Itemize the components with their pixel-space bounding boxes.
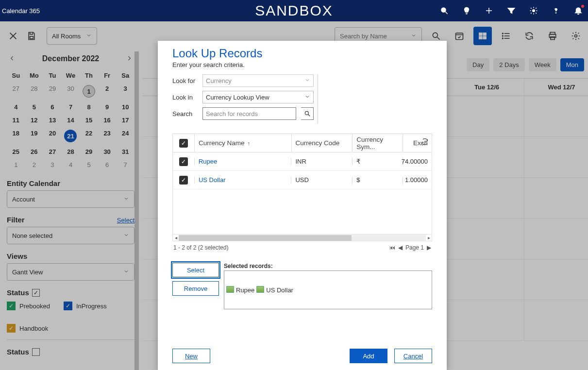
environment-label: SANDBOX xyxy=(255,2,333,19)
gear-icon[interactable] xyxy=(529,6,538,16)
selected-records-box[interactable]: RupeeUS Dollar xyxy=(224,270,432,309)
grid-pager: 1 - 2 of 2 (2 selected) ⏮ ◀ Page 1 ▶ xyxy=(172,241,432,254)
topbar-icons xyxy=(439,6,583,16)
remove-button[interactable]: Remove xyxy=(172,281,219,296)
col-currency-code[interactable]: Currency Code xyxy=(291,134,353,152)
svg-line-1 xyxy=(445,12,448,14)
lookin-select[interactable]: Currency Lookup View xyxy=(202,91,314,103)
currency-name-link[interactable]: US Dollar xyxy=(199,176,226,184)
currency-icon xyxy=(227,287,234,293)
svg-point-5 xyxy=(555,13,556,13)
lookup-records-modal: Look Up Records Enter your search criter… xyxy=(158,41,447,370)
svg-line-28 xyxy=(308,115,310,117)
pager-next-icon[interactable]: ▶ xyxy=(427,244,431,251)
row-checkbox[interactable] xyxy=(179,176,188,185)
lookfor-label: Look for xyxy=(172,77,198,84)
pager-first-icon[interactable]: ⏮ xyxy=(389,244,395,251)
row-checkbox[interactable] xyxy=(179,157,188,166)
pager-prev-icon[interactable]: ◀ xyxy=(398,244,403,251)
modal-title: Look Up Records xyxy=(172,47,432,60)
help-icon[interactable] xyxy=(551,6,561,16)
new-button[interactable]: New xyxy=(172,349,210,363)
grid-header: Currency Name↑ Currency Code Currency Sy… xyxy=(173,134,432,152)
selected-chip[interactable]: Rupee xyxy=(227,273,254,307)
svg-point-27 xyxy=(305,111,308,115)
exchange-rate: 1.00000 xyxy=(405,176,428,184)
currency-symbol: $ xyxy=(356,176,360,184)
svg-point-0 xyxy=(441,8,446,12)
currency-icon xyxy=(257,287,264,293)
bulb-icon[interactable] xyxy=(462,6,471,16)
select-button[interactable]: Select xyxy=(172,263,219,277)
currency-symbol: ₹ xyxy=(356,158,360,165)
search-icon[interactable] xyxy=(439,6,449,16)
grid-row[interactable]: US Dollar USD $ 1.00000 xyxy=(173,171,432,189)
select-all-checkbox[interactable] xyxy=(179,139,188,148)
selected-records-label: Selected records: xyxy=(224,263,432,269)
modal-subtitle: Enter your search criteria. xyxy=(172,61,432,68)
search-input[interactable]: Search for records xyxy=(202,107,296,120)
currency-code: USD xyxy=(295,176,308,184)
exchange-rate: 74.00000 xyxy=(402,158,428,165)
pager-page: Page 1 xyxy=(405,244,424,251)
search-button-icon[interactable] xyxy=(301,107,314,120)
plus-icon[interactable] xyxy=(484,6,494,16)
search-label: Search xyxy=(172,110,198,118)
results-grid: Currency Name↑ Currency Code Currency Sy… xyxy=(172,134,432,241)
col-currency-name[interactable]: Currency Name↑ xyxy=(194,134,291,152)
sort-asc-icon: ↑ xyxy=(247,140,250,146)
currency-code: INR xyxy=(295,158,306,165)
lookin-label: Look in xyxy=(172,94,198,101)
selected-chip[interactable]: US Dollar xyxy=(257,273,293,307)
filter-icon[interactable] xyxy=(506,6,516,16)
lookfor-select[interactable]: Currency xyxy=(202,74,314,87)
pager-count: 1 - 2 of 2 (2 selected) xyxy=(173,244,228,251)
reload-icon[interactable] xyxy=(421,138,429,147)
hscrollbar[interactable]: ◂▸ xyxy=(173,234,432,241)
cancel-button[interactable]: Cancel xyxy=(394,349,432,363)
col-currency-symbol[interactable]: Currency Sym... xyxy=(352,134,403,152)
chevron-down-icon xyxy=(304,94,310,101)
chevron-down-icon xyxy=(304,77,310,84)
grid-row[interactable]: Rupee INR ₹ 74.00000 xyxy=(173,152,432,171)
currency-name-link[interactable]: Rupee xyxy=(199,158,217,165)
add-button[interactable]: Add xyxy=(350,349,387,363)
bell-icon[interactable] xyxy=(573,6,583,16)
app-title: Calendar 365 xyxy=(0,7,40,15)
app-topbar: Calendar 365 SANDBOX xyxy=(0,0,588,21)
svg-point-4 xyxy=(533,10,535,12)
